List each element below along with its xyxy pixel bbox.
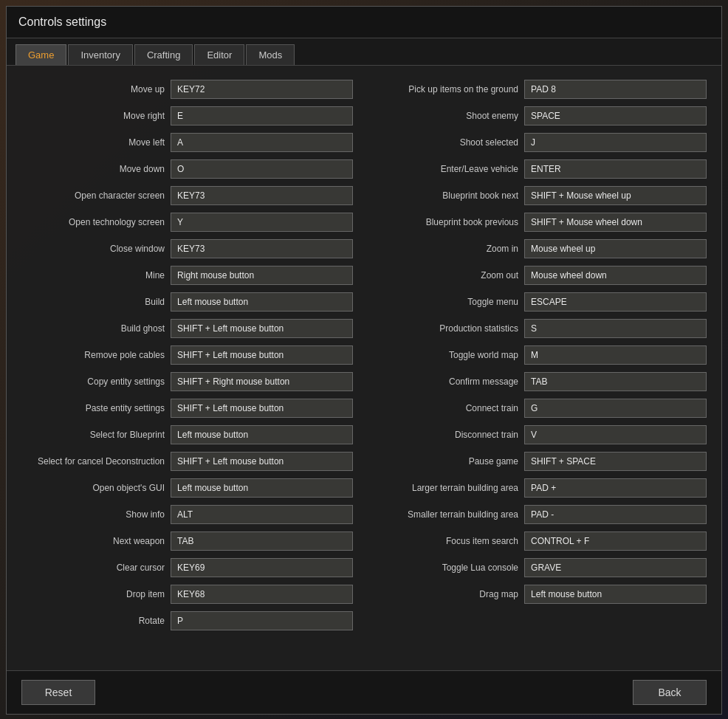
control-value[interactable]: TAB (171, 531, 353, 551)
tab-editor[interactable]: Editor (194, 44, 244, 65)
controls-dialog: Controls settings GameInventoryCraftingE… (6, 6, 722, 715)
control-value[interactable]: ENTER (524, 159, 707, 179)
control-label: Blueprint book previous (375, 217, 524, 227)
control-label: Larger terrain building area (375, 483, 524, 493)
control-row: Select for cancel DeconstructionSHIFT + … (21, 450, 353, 473)
control-label: Focus item search (375, 536, 524, 546)
control-value[interactable]: SHIFT + Mouse wheel down (524, 213, 707, 232)
control-value[interactable]: SPACE (524, 106, 707, 125)
control-row: Production statisticsS (375, 317, 707, 340)
control-label: Move up (21, 84, 171, 94)
control-value[interactable]: SHIFT + Right mouse button (171, 372, 353, 391)
left-controls-column: Move upKEY72Move rightEMove leftAMove do… (21, 78, 353, 636)
control-label: Build (21, 297, 171, 307)
control-value[interactable]: ESCAPE (524, 292, 707, 312)
tabs-bar: GameInventoryCraftingEditorMods (7, 38, 721, 66)
control-value[interactable]: G (524, 399, 707, 418)
control-value[interactable]: KEY69 (171, 558, 353, 577)
control-label: Move left (21, 137, 171, 148)
control-value[interactable]: PAD - (524, 505, 707, 524)
tab-crafting[interactable]: Crafting (134, 44, 193, 65)
control-value[interactable]: PAD 8 (524, 80, 707, 99)
control-row: Drag mapLeft mouse button (375, 582, 707, 606)
tab-inventory[interactable]: Inventory (68, 44, 132, 65)
control-value[interactable]: SHIFT + SPACE (524, 452, 707, 471)
control-label: Disconnect train (375, 430, 524, 440)
control-row: Remove pole cablesSHIFT + Left mouse but… (21, 343, 353, 367)
control-value[interactable]: J (524, 133, 707, 152)
control-value[interactable]: E (171, 106, 353, 125)
tab-game[interactable]: Game (16, 44, 66, 65)
control-value[interactable]: Left mouse button (524, 585, 707, 604)
control-row: Smaller terrain building areaPAD - (375, 503, 707, 526)
control-label: Open object's GUI (21, 483, 171, 493)
control-value[interactable]: TAB (524, 372, 707, 391)
control-label: Close window (21, 244, 171, 254)
control-label: Next weapon (21, 536, 171, 546)
control-row: Select for BlueprintLeft mouse button (21, 423, 353, 447)
control-value[interactable]: Mouse wheel down (524, 266, 707, 285)
control-label: Move down (21, 164, 171, 174)
control-value[interactable]: Left mouse button (171, 478, 353, 498)
control-row: Open technology screenY (21, 210, 353, 234)
control-value[interactable]: A (171, 133, 353, 152)
control-value[interactable]: SHIFT + Mouse wheel up (524, 186, 707, 205)
control-row: Toggle Lua consoleGRAVE (375, 556, 707, 579)
control-value[interactable]: V (524, 425, 707, 444)
control-value[interactable]: SHIFT + Left mouse button (171, 345, 353, 365)
control-label: Shoot selected (375, 137, 524, 148)
control-row: Blueprint book previousSHIFT + Mouse whe… (375, 210, 707, 234)
back-button[interactable]: Back (633, 680, 707, 705)
control-value[interactable]: S (524, 319, 707, 338)
control-row: Pick up items on the groundPAD 8 (375, 78, 707, 101)
control-value[interactable]: P (171, 611, 353, 630)
control-row: RotateP (21, 609, 353, 633)
control-label: Toggle Lua console (375, 563, 524, 573)
control-label: Enter/Leave vehicle (375, 164, 524, 174)
control-row: Paste entity settingsSHIFT + Left mouse … (21, 396, 353, 420)
control-label: Open technology screen (21, 217, 171, 227)
control-value[interactable]: M (524, 345, 707, 365)
control-label: Build ghost (21, 323, 171, 334)
control-value[interactable]: PAD + (524, 478, 707, 498)
control-value[interactable]: Right mouse button (171, 266, 353, 285)
control-label: Paste entity settings (21, 403, 171, 413)
control-row: BuildLeft mouse button (21, 290, 353, 314)
control-label: Shoot enemy (375, 111, 524, 121)
control-row: Drop itemKEY68 (21, 582, 353, 606)
control-value[interactable]: Mouse wheel up (524, 239, 707, 258)
control-value[interactable]: Y (171, 213, 353, 232)
control-value[interactable]: KEY73 (171, 239, 353, 258)
reset-button[interactable]: Reset (21, 680, 95, 705)
tab-mods[interactable]: Mods (246, 44, 295, 65)
right-controls-column: Pick up items on the groundPAD 8Shoot en… (375, 78, 707, 636)
control-label: Zoom out (375, 270, 524, 281)
control-value[interactable]: KEY68 (171, 585, 353, 604)
control-value[interactable]: GRAVE (524, 558, 707, 577)
control-label: Confirm message (375, 376, 524, 387)
control-row: Move leftA (21, 131, 353, 154)
control-value[interactable]: CONTROL + F (524, 531, 707, 551)
control-row: Blueprint book nextSHIFT + Mouse wheel u… (375, 184, 707, 207)
control-value[interactable]: SHIFT + Left mouse button (171, 452, 353, 471)
control-label: Toggle world map (375, 350, 524, 360)
control-row: Zoom outMouse wheel down (375, 264, 707, 287)
control-value[interactable]: Left mouse button (171, 425, 353, 444)
control-value[interactable]: KEY73 (171, 186, 353, 205)
control-row: Build ghostSHIFT + Left mouse button (21, 317, 353, 340)
control-label: Select for cancel Deconstruction (21, 456, 171, 467)
control-value[interactable]: ALT (171, 505, 353, 524)
control-row: Toggle world mapM (375, 343, 707, 367)
control-label: Rotate (21, 616, 171, 626)
control-label: Copy entity settings (21, 376, 171, 387)
control-value[interactable]: O (171, 159, 353, 179)
footer: Reset Back (7, 670, 721, 714)
control-row: Clear cursorKEY69 (21, 556, 353, 579)
control-value[interactable]: SHIFT + Left mouse button (171, 399, 353, 418)
control-value[interactable]: SHIFT + Left mouse button (171, 319, 353, 338)
control-value[interactable]: Left mouse button (171, 292, 353, 312)
control-label: Select for Blueprint (21, 430, 171, 440)
control-value[interactable]: KEY72 (171, 80, 353, 99)
controls-content: Move upKEY72Move rightEMove leftAMove do… (7, 66, 721, 670)
control-row: Shoot enemySPACE (375, 104, 707, 128)
